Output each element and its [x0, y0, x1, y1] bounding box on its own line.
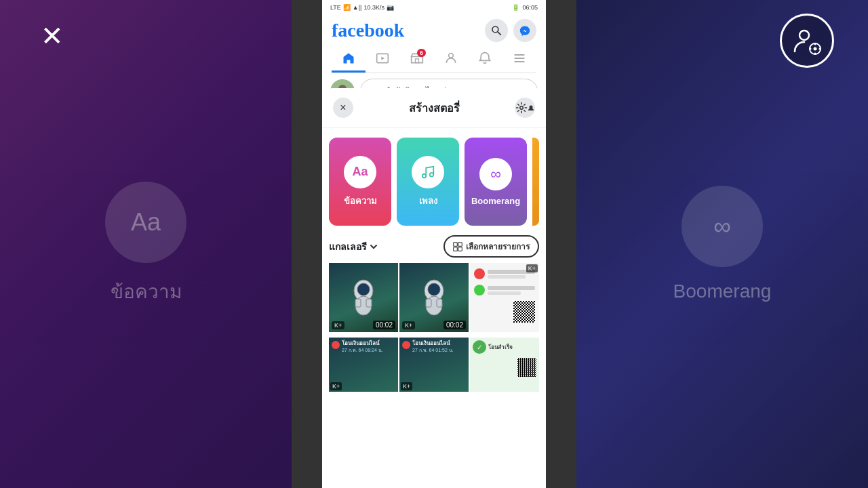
svg-rect-30: [355, 299, 361, 307]
music-story-label: เพลง: [419, 194, 437, 208]
story-type-text[interactable]: Aa ข้อความ: [329, 138, 391, 226]
gallery-thumb-3: K+: [470, 263, 539, 332]
story-settings-button[interactable]: [515, 98, 535, 118]
multi-select-button[interactable]: เลือกหลายรายการ: [443, 235, 539, 258]
user-gear-icon: [792, 26, 822, 56]
svg-point-19: [520, 106, 524, 110]
svg-point-21: [422, 174, 427, 178]
svg-point-4: [814, 53, 816, 55]
svg-point-0: [800, 30, 809, 40]
story-settings-icon: [515, 102, 528, 114]
home-icon: [342, 52, 355, 65]
marketplace-badge: 6: [417, 49, 426, 57]
fb-header: facebook: [322, 15, 546, 73]
gallery-item-1[interactable]: 00:02 K+: [329, 263, 398, 332]
doc-icon-green: [474, 285, 485, 296]
multi-select-label: เลือกหลายรายการ: [466, 240, 530, 253]
gallery-duration-2: 00:02: [443, 321, 466, 329]
messenger-button[interactable]: [513, 19, 536, 42]
close-icon: ×: [340, 102, 346, 114]
svg-marker-10: [382, 57, 385, 60]
bg-right-label: Boomerang: [673, 281, 772, 302]
text-story-icon: Aa: [344, 156, 376, 188]
svg-rect-35: [426, 299, 431, 307]
story-types-container: Aa ข้อความ เพลง ∞ Boomerang: [322, 128, 546, 235]
svg-rect-31: [366, 299, 372, 307]
fb-logo-row: facebook: [332, 19, 536, 46]
time-text: 06:05: [522, 4, 538, 11]
bg-left-label: ข้อความ: [111, 277, 182, 306]
story-type-music[interactable]: เพลง: [397, 138, 459, 226]
gallery-section: แกลเลอรี เลือกหลายรายการ: [322, 235, 546, 338]
fb-header-icons: [485, 19, 536, 42]
doc-icon-red: [474, 268, 485, 279]
svg-line-8: [498, 32, 501, 35]
nav-watch[interactable]: [366, 46, 399, 73]
svg-point-33: [428, 283, 440, 296]
svg-rect-26: [458, 247, 462, 251]
svg-point-3: [814, 43, 816, 45]
qr-icon-6: [517, 358, 536, 377]
svg-point-5: [810, 48, 812, 50]
status-left: LTE 📶 ▲|| 10.3K/s 📷: [330, 4, 394, 11]
svg-point-22: [430, 172, 434, 176]
gallery-grid-row1: 00:02 K+ 00:02 K+: [329, 263, 539, 332]
gallery-item-6[interactable]: ✓ โอนสำเร็จ: [470, 338, 539, 392]
svg-rect-24: [458, 242, 462, 246]
svg-rect-23: [454, 242, 458, 246]
gallery-thumb-6-content: ✓ โอนสำเร็จ: [470, 338, 539, 380]
boomerang-story-label: Boomerang: [471, 196, 520, 206]
nav-notifications[interactable]: [468, 46, 502, 73]
bg-close-button[interactable]: ✕: [41, 20, 64, 52]
boomerang-story-icon: ∞: [479, 158, 512, 190]
svg-point-28: [357, 283, 370, 296]
story-modal: × สร้างสตอรี่ Aa ข้อความ: [322, 88, 546, 397]
story-type-boomerang[interactable]: ∞ Boomerang: [465, 138, 527, 226]
gallery-item-2[interactable]: 00:02 K+: [399, 263, 469, 332]
phone-container: LTE 📶 ▲|| 10.3K/s 📷 🔋 06:05 facebook: [322, 0, 546, 488]
nav-menu[interactable]: [502, 46, 536, 73]
gallery-item-3[interactable]: K+: [470, 263, 539, 332]
menu-icon: [513, 52, 526, 65]
fb-logo: facebook: [332, 20, 404, 41]
settings-bg-inner: [780, 14, 834, 68]
story-modal-title: สร้างสตอรี่: [409, 100, 460, 117]
bg-right-circle-icon: ∞: [713, 212, 731, 241]
bg-left-panel: Aa ข้อความ: [0, 0, 292, 488]
gallery-dropdown-label: แกลเลอรี: [329, 239, 367, 254]
gallery-grid-row2: โอนเงินออนไลน์ 27 ก.พ. 64 08:24 น. K+ โอ…: [322, 338, 546, 397]
gallery-thumb-4-text: โอนเงินออนไลน์ 27 ก.พ. 64 08:24 น.: [329, 338, 398, 356]
avatar-small-icon: [528, 104, 534, 111]
carrier-text: LTE: [330, 4, 341, 11]
svg-point-2: [814, 47, 817, 51]
status-bar: LTE 📶 ▲|| 10.3K/s 📷 🔋 06:05: [322, 0, 546, 15]
search-button[interactable]: [485, 19, 508, 42]
gallery-kplus-1: K+: [332, 321, 344, 329]
nav-profile[interactable]: [434, 46, 468, 73]
gallery-kplus-5: K+: [401, 382, 412, 390]
bg-right-circle: ∞: [682, 186, 763, 267]
story-modal-header: × สร้างสตอรี่: [322, 88, 546, 128]
music-note-icon: [420, 165, 435, 180]
gallery-item-5[interactable]: โอนเงินออนไลน์ 27 ก.พ. 64 01:52 น. K+: [399, 338, 469, 392]
gallery-controls: แกลเลอรี เลือกหลายรายการ: [329, 235, 539, 258]
text-story-label: ข้อความ: [344, 194, 377, 208]
nav-marketplace[interactable]: 6: [400, 46, 434, 73]
svg-rect-36: [437, 299, 442, 307]
kplus-badge-3: K+: [526, 264, 538, 272]
bg-left-circle: Aa: [105, 182, 186, 263]
multi-select-icon: [453, 242, 462, 251]
gallery-dropdown[interactable]: แกลเลอรี: [329, 239, 378, 254]
wifi-icon: ▲||: [353, 4, 362, 11]
bg-settings-button[interactable]: [780, 14, 834, 68]
svg-rect-11: [415, 59, 418, 63]
story-close-button[interactable]: ×: [333, 98, 353, 118]
person-icon: [444, 52, 458, 65]
extra-card-strip: [532, 138, 539, 226]
gallery-kplus-2: K+: [402, 321, 415, 329]
nav-home[interactable]: [332, 46, 366, 73]
bg-right-panel: ∞ Boomerang: [576, 0, 868, 488]
messenger-icon: [519, 25, 530, 36]
gallery-item-4[interactable]: โอนเงินออนไลน์ 27 ก.พ. 64 08:24 น. K+: [329, 338, 398, 392]
play-icon: [376, 52, 389, 65]
